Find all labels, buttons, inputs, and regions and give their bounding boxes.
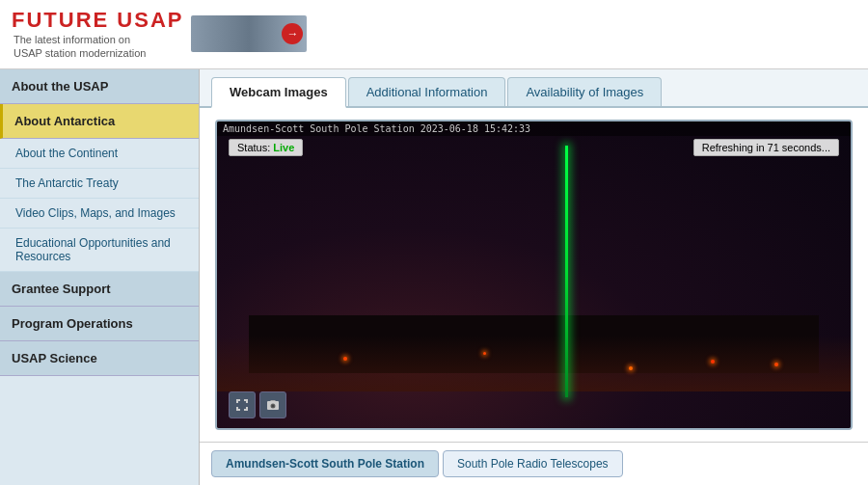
tab-availability[interactable]: Availability of Images [507, 77, 662, 106]
sidebar-item-program-operations[interactable]: Program Operations [0, 307, 199, 341]
sidebar-item-about-continent[interactable]: About the Continent [0, 139, 199, 169]
station-tab-bar: Amundsen-Scott South Pole Station South … [200, 442, 868, 485]
webcam-area: Amundsen-Scott South Pole Station 2023-0… [200, 108, 868, 442]
tab-webcam[interactable]: Webcam Images [211, 77, 346, 108]
webcam-image: Amundsen-Scott South Pole Station 2023-0… [217, 121, 851, 428]
sidebar: About the USAP About Antarctica About th… [0, 69, 200, 485]
webcam-timestamp: Amundsen-Scott South Pole Station 2023-0… [217, 121, 851, 136]
site-logo[interactable]: FUTURE USAP [12, 8, 183, 33]
webcam-controls [229, 391, 286, 418]
banner-image[interactable]: → [191, 15, 307, 52]
light-dot-5 [483, 352, 486, 355]
station-tab-radio[interactable]: South Pole Radio Telescopes [443, 450, 623, 477]
status-live: Live [273, 142, 294, 153]
sidebar-item-about-antarctica[interactable]: About Antarctica [0, 104, 199, 139]
logo-future: FUTURE USAP [12, 8, 183, 32]
sidebar-item-video-clips[interactable]: Video Clips, Maps, and Images [0, 199, 199, 229]
laser-line [565, 146, 568, 397]
svg-point-2 [272, 405, 275, 408]
tagline-line1: The latest information on [14, 33, 183, 46]
main-layout: About the USAP About Antarctica About th… [0, 69, 868, 485]
sidebar-item-antarctic-treaty[interactable]: The Antarctic Treaty [0, 169, 199, 199]
header: FUTURE USAP The latest information on US… [0, 0, 868, 69]
tab-additional[interactable]: Additional Information [348, 77, 506, 106]
camera-button[interactable] [259, 391, 286, 418]
sidebar-item-about-usap[interactable]: About the USAP [0, 69, 199, 104]
light-dot-2 [629, 366, 633, 370]
sidebar-item-grantee-support[interactable]: Grantee Support [0, 272, 199, 307]
webcam-container: Amundsen-Scott South Pole Station 2023-0… [215, 120, 853, 430]
station-tab-amundsen[interactable]: Amundsen-Scott South Pole Station [211, 450, 439, 477]
tagline-line2: USAP station modernization [14, 46, 183, 60]
sidebar-item-educational[interactable]: Educational Opportunities and Resources [0, 229, 199, 272]
sidebar-item-usap-science[interactable]: USAP Science [0, 341, 199, 376]
tab-bar: Webcam Images Additional Information Ava… [200, 69, 868, 108]
refresh-badge: Refreshing in 71 seconds... [693, 139, 839, 156]
fullscreen-button[interactable] [229, 391, 256, 418]
banner-arrow[interactable]: → [282, 23, 303, 44]
ground-lights [217, 336, 851, 391]
status-badge: Status: Live [229, 139, 303, 156]
content-area: Webcam Images Additional Information Ava… [200, 69, 868, 485]
